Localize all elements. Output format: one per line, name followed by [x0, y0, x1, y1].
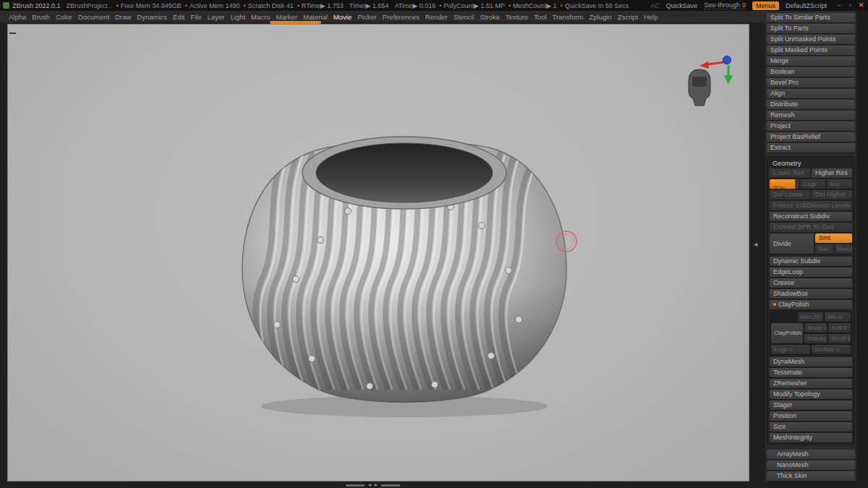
minimize-button[interactable]: – — [835, 1, 844, 10]
menu-marker[interactable]: Marker — [273, 13, 301, 21]
menu-file[interactable]: File — [187, 13, 204, 21]
menu-dynamics[interactable]: Dynamics — [134, 13, 170, 21]
btn-cage[interactable]: Cage — [800, 179, 825, 189]
section-edgeloop[interactable]: EdgeLoop — [770, 267, 852, 277]
x-axis-arrow-icon — [699, 61, 709, 69]
section-dynamic-subdiv[interactable]: Dynamic Subdiv — [770, 257, 852, 266]
camview-head-icon — [689, 69, 710, 106]
camview-widget[interactable] — [689, 56, 733, 106]
slider-clay-surface[interactable]: Surface 0 — [812, 345, 851, 354]
btn-lower-res[interactable]: Lower Res — [770, 168, 810, 178]
menu-preferences[interactable]: Preferences — [380, 13, 422, 21]
btn-bevel-pro[interactable]: Bevel Pro — [767, 78, 855, 87]
slider-clay-soft[interactable]: Soft 0 — [828, 323, 851, 333]
menu-draw[interactable]: Draw — [112, 13, 134, 21]
btn-claypolish[interactable]: ClayPolish — [771, 323, 803, 343]
see-through-slider[interactable]: See-through0 — [704, 1, 746, 9]
section-meshintegrity[interactable]: MeshIntegrity — [770, 433, 852, 442]
geometry-subpalette: Geometry Lower Res Higher Res SDiv Cage … — [767, 156, 855, 445]
tool-palette: Split To Similar Parts Split To Parts Sp… — [765, 11, 856, 488]
slider-clay-min[interactable]: Min 0 — [825, 312, 851, 322]
menu-alpha[interactable]: Alpha — [6, 13, 29, 21]
btn-del-lower[interactable]: Del Lower — [770, 190, 810, 200]
stat-polycount: •PolyCount▶ 1.51 MP — [435, 2, 505, 9]
menu-stencil[interactable]: Stencil — [451, 13, 477, 21]
btn-convert-bpr-to-geo[interactable]: Convert BPR To Geo — [770, 223, 852, 232]
btn-reconstruct-subdiv[interactable]: Reconstruct Subdiv — [770, 212, 852, 221]
menu-texture[interactable]: Texture — [503, 13, 531, 21]
menu-edit[interactable]: Edit — [170, 13, 187, 21]
menu-brush[interactable]: Brush — [29, 13, 53, 21]
subpalette-nanomesh[interactable]: NanoMesh — [767, 461, 855, 470]
subpalette-arraymesh[interactable]: ArrayMesh — [767, 450, 855, 459]
section-crease[interactable]: Crease — [770, 278, 852, 288]
close-button[interactable]: ✕ — [856, 1, 866, 10]
section-tessimate[interactable]: Tessimate — [770, 368, 852, 377]
timeline-scrubber[interactable]: ◂ ▸ — [346, 483, 414, 487]
menu-help[interactable]: Help — [641, 13, 661, 21]
btn-project[interactable]: Project — [767, 121, 855, 131]
slider-clay-rsoft[interactable]: RSoft 5 — [828, 334, 851, 343]
stat-active-mem: •Active Mem 1490 — [182, 2, 240, 9]
section-stager[interactable]: Stager — [770, 401, 852, 410]
btn-bas[interactable]: Bas — [827, 179, 852, 189]
scrub-right-arrow-icon[interactable]: ▸ — [375, 483, 378, 487]
slider-clay-edge[interactable]: Edge 0 — [771, 345, 810, 354]
sculpted-mesh[interactable] — [242, 137, 566, 403]
sdiv-slider[interactable]: SDiv — [770, 179, 799, 189]
menu-zplugin[interactable]: Zplugin — [587, 13, 615, 21]
canvas-tray-divider-arrow-icon[interactable]: ◄ — [752, 241, 759, 248]
btn-split-masked-points[interactable]: Split Masked Points — [767, 46, 855, 55]
slider-clay-rsharp[interactable]: RSharp — [804, 334, 827, 343]
menu-picker[interactable]: Picker — [354, 13, 379, 21]
stat-timer: Timer▶ 1.654 — [344, 2, 389, 9]
section-size[interactable]: Size — [770, 422, 852, 432]
btn-higher-res[interactable]: Higher Res — [812, 168, 852, 178]
section-shadowbox[interactable]: ShadowBox — [770, 289, 852, 299]
slider-clay-max[interactable]: Max 25 — [798, 312, 824, 322]
quicksave-button[interactable]: QuickSave — [666, 2, 698, 9]
btn-boolean[interactable]: Boolean — [767, 67, 855, 77]
btn-divide[interactable]: Divide — [770, 234, 814, 254]
section-dynamesh[interactable]: DynaMesh — [770, 357, 852, 367]
menu-light[interactable]: Light — [227, 13, 248, 21]
menu-layer[interactable]: Layer — [205, 13, 228, 21]
btn-split-unmasked-points[interactable]: Split Unmasked Points — [767, 35, 855, 44]
btn-align[interactable]: Align — [767, 89, 855, 98]
btn-freeze-subdivision-levels[interactable]: Freeze SubDivision Levels — [770, 201, 852, 210]
toggle-smt[interactable]: Smt — [815, 234, 852, 243]
btn-project-basrelief[interactable]: Project BasRelief — [767, 132, 855, 142]
toggle-resuv[interactable]: ResUV — [835, 244, 852, 254]
section-claypolish[interactable]: ClayPolish — [770, 300, 852, 309]
menu-stroke[interactable]: Stroke — [477, 13, 503, 21]
menu-color[interactable]: Color — [53, 13, 75, 21]
btn-split-to-similar-parts[interactable]: Split To Similar Parts — [767, 13, 855, 22]
menu-render[interactable]: Render — [422, 13, 451, 21]
document-viewport[interactable] — [7, 24, 749, 481]
btn-split-to-parts[interactable]: Split To Parts — [767, 24, 855, 33]
geometry-header[interactable]: Geometry — [770, 159, 852, 168]
menu-movie[interactable]: Movie — [331, 13, 354, 21]
btn-merge[interactable]: Merge — [767, 56, 855, 66]
section-modify-topology[interactable]: Modify Topology — [770, 390, 852, 399]
stat-bullet: • — [509, 2, 511, 9]
section-zremesher[interactable]: ZRemesher — [770, 379, 852, 388]
btn-extract[interactable]: Extract — [767, 143, 855, 153]
menu-macro[interactable]: Macro — [248, 13, 273, 21]
menu-material[interactable]: Material — [300, 13, 331, 21]
toggle-suv[interactable]: Suv — [815, 244, 833, 254]
maximize-button[interactable]: ▫ — [846, 1, 855, 10]
menus-button[interactable]: Menus — [752, 1, 779, 10]
btn-distribute[interactable]: Distribute — [767, 100, 855, 109]
section-position[interactable]: Position — [770, 411, 852, 421]
btn-del-higher[interactable]: Del Higher — [812, 190, 852, 200]
menu-zscript[interactable]: Zscript — [615, 13, 642, 21]
scrub-left-arrow-icon[interactable]: ◂ — [368, 483, 371, 487]
menu-document[interactable]: Document — [75, 13, 112, 21]
slider-clay-sharp[interactable]: Sharp 0 — [804, 323, 827, 333]
menu-transform[interactable]: Transform — [550, 13, 587, 21]
default-zscript-button[interactable]: DefaultZScript — [786, 2, 827, 9]
menu-tool[interactable]: Tool — [531, 13, 549, 21]
btn-remesh[interactable]: Remesh — [767, 111, 855, 120]
subpalette-thick-skin[interactable]: Thick Skin — [767, 471, 855, 481]
